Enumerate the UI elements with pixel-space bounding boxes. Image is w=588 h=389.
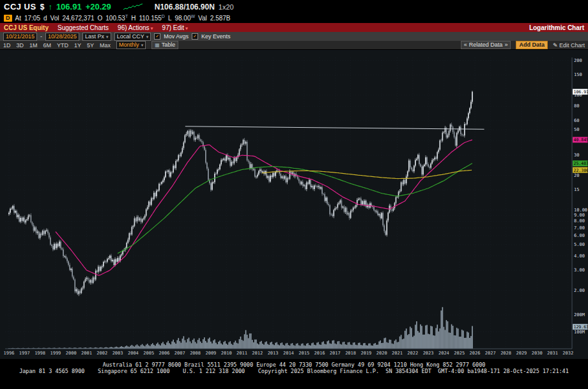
svg-text:1999: 1999 <box>50 351 61 356</box>
svg-text:4.00: 4.00 <box>574 254 585 259</box>
key-events-checkbox[interactable]: ✓ <box>192 33 198 40</box>
tab-3d[interactable]: 3D <box>17 42 24 49</box>
caret-down-icon: ▾ <box>106 33 109 40</box>
svg-text:200M: 200M <box>574 312 585 317</box>
tab-1d[interactable]: 1D <box>3 42 11 49</box>
date-to-input[interactable]: 10/28/2025 <box>45 33 79 41</box>
menu-actions[interactable]: 96) Actions▾ <box>118 24 153 31</box>
svg-text:2021: 2021 <box>392 351 403 356</box>
svg-text:2025: 2025 <box>454 351 465 356</box>
caret-down-icon: ▾ <box>141 42 144 49</box>
right-arrow-icon: » <box>504 42 507 49</box>
val-label: Val <box>198 15 207 22</box>
lot-size: 1x20 <box>219 3 234 11</box>
svg-text:150: 150 <box>574 72 582 77</box>
svg-text:30: 30 <box>574 153 579 158</box>
svg-text:1996: 1996 <box>4 351 15 356</box>
trend-line <box>185 126 484 130</box>
security-name: CCJ US Equity <box>4 24 49 31</box>
tab-5y[interactable]: 5Y <box>87 42 94 49</box>
menu-suggested-charts[interactable]: Suggested Charts <box>58 24 109 31</box>
price-bars <box>8 91 473 296</box>
currency-code: $ <box>40 3 45 11</box>
svg-text:15: 15 <box>574 187 579 192</box>
svg-text:2015: 2015 <box>298 351 309 356</box>
open-flag: T <box>125 14 128 19</box>
tab-6m[interactable]: 6M <box>43 42 52 49</box>
svg-text:2014: 2014 <box>283 351 294 356</box>
caret-down-icon: ▾ <box>151 26 153 31</box>
date-separator: - <box>40 33 42 40</box>
svg-text:2029: 2029 <box>516 351 527 356</box>
svg-text:2012: 2012 <box>252 351 263 356</box>
quote-time: 17:05 <box>24 15 40 22</box>
delayed-indicator: D <box>4 15 12 22</box>
footer-contacts-line2: Japan 81 3 4565 8900 Singapore 65 6212 1… <box>0 368 588 374</box>
intraday-sparkline <box>123 3 144 11</box>
svg-text:22.3064: 22.3064 <box>574 168 588 173</box>
svg-text:2001: 2001 <box>81 351 92 356</box>
currency-dropdown[interactable]: Local CCY▾ <box>114 33 151 41</box>
svg-text:2003: 2003 <box>112 351 123 356</box>
axis-labels: 2001501008060504030201510.009.008.007.00… <box>4 57 588 356</box>
svg-text:3.00: 3.00 <box>574 268 585 273</box>
svg-text:2010: 2010 <box>221 351 232 356</box>
tab-1m[interactable]: 1M <box>29 42 38 49</box>
svg-text:7.00: 7.00 <box>574 225 585 231</box>
svg-text:50: 50 <box>574 127 579 132</box>
open-label: O <box>98 15 103 22</box>
svg-text:2028: 2028 <box>500 351 511 356</box>
session-flag: d <box>43 15 47 22</box>
related-data-button[interactable]: «Related Data» <box>461 41 511 49</box>
svg-text:2002: 2002 <box>97 351 107 356</box>
edit-chart-button[interactable]: ✎ Edit Chart <box>553 42 585 49</box>
bid-ask: N106.88/106.90N <box>155 3 215 11</box>
frequency-dropdown[interactable]: Monthly▾ <box>116 41 146 49</box>
mov-avgs-checkbox[interactable]: ✓ <box>154 33 160 40</box>
svg-text:25.4871: 25.4871 <box>574 161 588 166</box>
tab-1y[interactable]: 1Y <box>74 42 81 49</box>
svg-text:1998: 1998 <box>35 351 45 356</box>
tab-max[interactable]: Max <box>100 42 111 49</box>
svg-text:2020: 2020 <box>376 351 387 356</box>
svg-text:2024: 2024 <box>438 351 449 356</box>
svg-text:8.00: 8.00 <box>574 218 585 224</box>
svg-text:200: 200 <box>574 58 582 63</box>
price-field-dropdown[interactable]: Last Px▾ <box>82 33 111 41</box>
svg-text:2019: 2019 <box>360 351 371 356</box>
price-change: +20.29 <box>86 2 111 11</box>
svg-text:2030: 2030 <box>532 351 543 356</box>
table-button[interactable]: ▦Table <box>151 41 178 49</box>
svg-text:9.00: 9.00 <box>574 213 585 218</box>
ohlc-bar: D At 17:05 d Vol 24,672,371 O 100.53T H … <box>0 13 588 23</box>
period-toolbar: 1D 3D 1M 6M YTD 1Y 5Y Max Monthly▾ ▦Tabl… <box>0 41 588 49</box>
left-arrow-icon: « <box>464 42 467 49</box>
quote-header: CCJ US $ ↑ 106.91 +20.29 N106.88/106.90N… <box>0 0 588 13</box>
high-flag: D <box>162 14 165 19</box>
moving-average-lines <box>56 140 472 275</box>
up-arrow-icon: ↑ <box>48 2 52 11</box>
svg-text:1997: 1997 <box>19 351 30 356</box>
table-grid-icon: ▦ <box>155 42 160 49</box>
svg-text:2005: 2005 <box>143 351 154 356</box>
svg-text:5.00: 5.00 <box>574 242 585 247</box>
menu-edit[interactable]: 97) Edit▾ <box>162 24 188 31</box>
tab-ytd[interactable]: YTD <box>57 42 68 49</box>
price-chart[interactable]: 2001501008060504030201510.009.008.007.00… <box>0 50 588 359</box>
caret-down-icon: ▾ <box>185 26 188 31</box>
svg-text:2.00: 2.00 <box>574 288 585 293</box>
svg-text:80: 80 <box>574 103 579 109</box>
svg-text:100M: 100M <box>574 330 585 335</box>
svg-text:2017: 2017 <box>330 351 341 356</box>
date-from-input[interactable]: 10/21/2015 <box>3 33 37 41</box>
svg-text:2032: 2032 <box>562 351 573 356</box>
volume-bars <box>8 307 473 349</box>
svg-text:2011: 2011 <box>236 351 247 356</box>
svg-text:2018: 2018 <box>345 351 356 356</box>
add-data-button[interactable]: Add Data <box>516 41 548 49</box>
svg-text:2016: 2016 <box>314 351 325 356</box>
at-label: At <box>15 15 21 22</box>
svg-text:2013: 2013 <box>268 351 279 356</box>
svg-text:60: 60 <box>574 118 579 123</box>
high-label: H <box>131 15 135 22</box>
